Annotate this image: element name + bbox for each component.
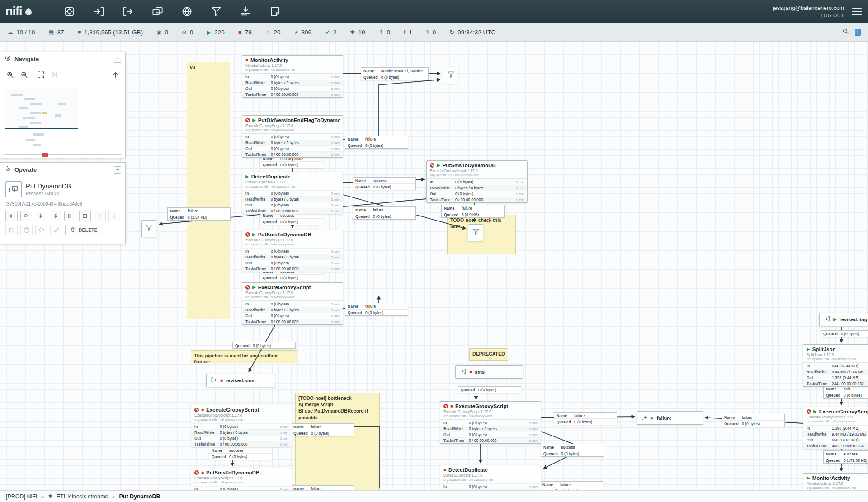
collapse-navigate-button[interactable]: − (114, 56, 121, 63)
stat-value-out: 0 (0 bytes) (271, 86, 330, 91)
connection-label[interactable]: NamesuccessQueued0 (0 bytes) (209, 447, 272, 460)
port-revised-fingerp-[interactable]: ▶revised.fingerp... (819, 313, 868, 326)
stat-row-tasks: Tasks/Time0 / 00:00:00.0005 min (191, 441, 292, 447)
configure-button[interactable] (5, 211, 18, 221)
fill-color-button[interactable] (35, 225, 47, 235)
processor-name: ExecuteGroovyScript (258, 285, 311, 290)
connection-label[interactable]: NamefailureQueued0 (0 bytes) (291, 485, 354, 490)
funnel[interactable] (468, 224, 483, 241)
collapse-operate-button[interactable]: − (114, 166, 121, 174)
port-name: revised.sms (226, 378, 255, 383)
connection-label[interactable]: Queued0 (0 bytes) (821, 330, 868, 337)
label-icon[interactable] (266, 3, 283, 20)
search-icon[interactable] (842, 28, 849, 37)
flow-canvas[interactable]: v3TODO-noel: check this laterThis pipeli… (0, 42, 868, 490)
remote-process-group-icon[interactable] (178, 3, 195, 20)
processor-bundle: org.apache.nifi - nifi-standard-nar (242, 68, 343, 73)
connection-label[interactable]: NamefailureQueued0 (0 bytes) (540, 481, 603, 490)
minimap-component (19, 107, 28, 109)
disable-button[interactable] (50, 211, 62, 221)
zoom-in-button[interactable] (6, 70, 14, 81)
delete-button[interactable]: DELETE (65, 225, 102, 235)
connection-queued: 3 (6.9 KB) (462, 212, 479, 217)
processor-putoldversionendflagtodynamodb[interactable]: ▶PutOldVersionEndFlagToDynamoDBExecuteGr… (242, 115, 343, 158)
process-group-icon[interactable] (149, 3, 166, 20)
connection-label[interactable]: NamesuccessQueued0 (0 bytes) (353, 177, 416, 190)
paste-button[interactable] (20, 225, 33, 235)
processor-monitoractivity[interactable]: ▶MonitorActivityMonitorActivity 1.17.0or… (803, 473, 868, 490)
processor-executegroovyscript[interactable]: ▶ExecuteGroovyScriptExecuteGroovyScript … (242, 282, 343, 325)
copy-button[interactable] (5, 225, 18, 235)
processor-type: DetectDuplicate 1.17.0 (440, 473, 541, 478)
connection-queued: 0 (0 bytes) (280, 220, 298, 224)
processor-putsmstodynamodb[interactable]: ▶PutSmsToDynamoDBExecuteGroovyScript 1.1… (242, 230, 343, 272)
processor-executegroovyscript[interactable]: ■ExecuteGroovyScriptExecuteGroovyScript … (191, 405, 292, 447)
breadcrumb-item[interactable]: ETL Kinesis streams (57, 493, 108, 500)
connection-label[interactable]: NamefailureQueued0 (0 bytes) (554, 412, 617, 425)
port-revised-sms[interactable]: ■revised.sms (206, 374, 275, 387)
status-up-to-date: ✔2 (325, 29, 336, 36)
stat-value-read_write: 0 bytes / 0 bytes (469, 427, 528, 431)
funnel-icon[interactable] (208, 3, 225, 20)
processor-executegroovyscript[interactable]: ▶ExecuteGroovyScriptExecuteGroovyScript … (803, 407, 868, 449)
search-component-button[interactable] (20, 211, 33, 221)
connection-label[interactable]: Nameactivity.restored, inactiveQueued0 (… (361, 67, 429, 80)
navigate-up-button[interactable] (111, 70, 120, 81)
zoom-fit-button[interactable] (37, 70, 45, 81)
processor-name: PutSmsToDynamoDB (443, 163, 496, 168)
stat-value-in: 0 (0 bytes) (455, 180, 514, 184)
funnel[interactable] (141, 220, 156, 237)
stop-button[interactable] (79, 211, 91, 221)
breadcrumb-item[interactable]: [PROD] NiFi (6, 493, 37, 500)
processor-executegroovyscript[interactable]: ■ExecuteGroovyScriptExecuteGroovyScript … (440, 401, 541, 444)
connection-label[interactable]: NamefailureQueued0 (0 bytes) (353, 206, 416, 220)
funnel[interactable] (443, 67, 458, 84)
zoom-out-button[interactable] (20, 70, 28, 81)
connection-label[interactable]: NamesuccessQueued0 (0 bytes) (541, 444, 604, 457)
status-not-transmitting-value: 0 (190, 29, 193, 36)
input-port-icon[interactable] (90, 3, 107, 20)
template-icon[interactable] (237, 3, 254, 20)
connection-label[interactable]: NamefailureQueued0 (0 bytes) (291, 423, 354, 436)
stat-value-tasks: 463 / 00:00:10.855 (832, 444, 868, 448)
connection-label[interactable]: NamesplitQueued0 (0 bytes) (823, 385, 868, 399)
processor-detectduplicate[interactable]: ▶DetectDuplicateDetectDuplicate 1.17.0or… (242, 172, 343, 214)
connection-label[interactable]: NamesuccessQueued5 (172.08 KB) (823, 450, 868, 464)
upload-template-button[interactable] (94, 211, 106, 221)
start-button[interactable] (64, 211, 76, 221)
connection-label[interactable]: NamefailureQueued0 (0 bytes) (345, 136, 408, 149)
connection-label[interactable]: NamefailureQueued0 (0 bytes) (722, 414, 785, 427)
logout-link[interactable]: LOG OUT (773, 13, 844, 18)
operate-buttons-row-2: DELETE (5, 225, 120, 235)
stat-row-in: In0 (0 bytes)5 min (242, 248, 343, 254)
processor-icon[interactable] (61, 3, 78, 20)
birdseye-minimap[interactable] (4, 86, 122, 155)
create-template-button[interactable] (108, 211, 121, 221)
port-failure[interactable]: ▶failure (637, 411, 703, 425)
connection-label[interactable]: NamefailureQueued0 (0 bytes) (345, 303, 408, 316)
connection-label[interactable]: Queued0 (0 bytes) (232, 342, 296, 349)
zoom-actual-button[interactable] (51, 70, 59, 81)
connection-label[interactable]: Queued0 (0 bytes) (458, 386, 521, 393)
stat-row-out: Out650 (19.61 MB)5 min (803, 437, 868, 443)
enable-button[interactable] (35, 211, 47, 221)
output-port-icon[interactable] (119, 3, 137, 20)
port-sms[interactable]: ■sms (455, 365, 523, 379)
processor-detectduplicate[interactable]: ■DetectDuplicateDetectDuplicate 1.17.0or… (440, 465, 541, 490)
stat-window: 5 min (331, 153, 340, 157)
connection-label[interactable]: NamefailureQueued3 (6.9 KB) (441, 205, 505, 218)
status-stopped-value: 79 (245, 29, 252, 36)
connection-label[interactable]: NamefailureQueued6 (2.54 KB) (167, 207, 231, 221)
global-menu-icon[interactable] (851, 6, 868, 17)
stat-window: 5 min (516, 198, 524, 202)
processor-monitoractivity[interactable]: ■MonitorActivityMonitorActivity 1.17.0or… (242, 55, 343, 98)
stat-window: 5 min (331, 255, 340, 259)
stat-row-tasks: Tasks/Time0 / 00:00:00.0005 min (242, 151, 343, 157)
minimap-component (42, 112, 47, 114)
change-color-button[interactable] (50, 225, 62, 235)
processor-putsmstodynamodb[interactable]: ▶PutSmsToDynamoDBExecuteGroovyScript 1.1… (426, 160, 528, 203)
processor-putsmstodynamodb[interactable]: ■PutSmsToDynamoDBExecuteGroovyScript 1.1… (191, 468, 292, 490)
processor-splitjson[interactable]: ▶SplitJsonSplitJson 1.17.0org.apache.nif… (803, 344, 868, 387)
connection-line[interactable] (343, 80, 440, 140)
user-email: jess.jang@balancehero.com (773, 5, 844, 11)
